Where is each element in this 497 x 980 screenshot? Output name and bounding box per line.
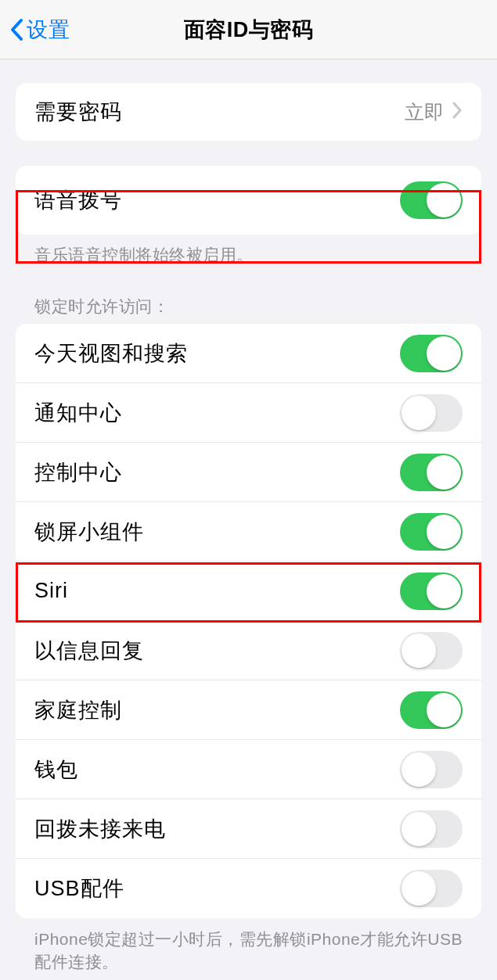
lock-access-header: 锁定时允许访问： (16, 296, 481, 324)
require-passcode-value: 立即 (405, 99, 444, 125)
lock-access-label: 锁屏小组件 (34, 518, 144, 546)
lock-access-row: 以信息回复 (16, 621, 481, 680)
lock-access-row: Siri (16, 562, 481, 621)
voice-dial-footer: 音乐语音控制将始终被启用。 (16, 235, 481, 266)
require-passcode-label: 需要密码 (34, 98, 122, 126)
lock-access-label: 控制中心 (34, 458, 122, 486)
toggle-knob (427, 455, 461, 490)
require-passcode-group: 需要密码 立即 (16, 83, 481, 141)
voice-dial-group: 语音拨号 (16, 166, 481, 235)
lock-access-toggle[interactable] (400, 454, 463, 491)
row-right: 立即 (405, 99, 463, 125)
back-label: 设置 (27, 16, 70, 44)
toggle-knob (402, 752, 436, 787)
toggle-knob (427, 574, 461, 608)
voice-dial-row: 语音拨号 (16, 166, 481, 235)
lock-access-toggle[interactable] (400, 870, 463, 907)
page-title: 面容ID与密码 (184, 16, 314, 44)
lock-access-toggle[interactable] (400, 335, 463, 372)
toggle-knob (427, 693, 461, 727)
lock-access-row: 今天视图和搜索 (16, 324, 481, 383)
lock-access-label: 钱包 (34, 756, 78, 784)
toggle-knob (402, 871, 436, 906)
chevron-right-icon (452, 102, 463, 122)
lock-access-row: USB配件 (16, 859, 481, 918)
voice-dial-label: 语音拨号 (34, 186, 122, 214)
lock-access-label: Siri (34, 579, 68, 603)
require-passcode-row[interactable]: 需要密码 立即 (16, 83, 481, 141)
settings-header: 设置 面容ID与密码 (0, 0, 497, 59)
lock-access-label: 以信息回复 (34, 637, 144, 665)
lock-access-row: 通知中心 (16, 383, 481, 443)
lock-access-label: 家庭控制 (34, 696, 122, 724)
lock-access-group: 今天视图和搜索通知中心控制中心锁屏小组件Siri以信息回复家庭控制钱包回拨未接来… (16, 324, 481, 918)
lock-access-row: 钱包 (16, 740, 481, 799)
lock-access-label: 今天视图和搜索 (34, 339, 188, 368)
lock-access-toggle[interactable] (400, 810, 463, 848)
lock-access-toggle[interactable] (400, 513, 463, 551)
lock-access-footer: iPhone锁定超过一小时后，需先解锁iPhone才能允许USB配件连接。 (16, 918, 481, 974)
toggle-knob (402, 634, 436, 668)
lock-access-row: 回拨未接来电 (16, 799, 481, 859)
lock-access-label: USB配件 (34, 874, 124, 903)
toggle-knob (402, 812, 436, 846)
lock-access-label: 通知中心 (34, 399, 122, 427)
lock-access-label: 回拨未接来电 (34, 815, 166, 843)
lock-access-row: 锁屏小组件 (16, 502, 481, 562)
chevron-left-icon (9, 18, 23, 41)
lock-access-toggle[interactable] (400, 751, 463, 788)
toggle-knob (427, 183, 461, 217)
lock-access-row: 家庭控制 (16, 680, 481, 740)
lock-access-toggle[interactable] (400, 632, 463, 669)
toggle-knob (427, 336, 461, 371)
lock-access-toggle[interactable] (400, 691, 463, 729)
toggle-knob (427, 515, 461, 549)
lock-access-toggle[interactable] (400, 394, 463, 432)
toggle-knob (402, 396, 436, 430)
back-button[interactable]: 设置 (0, 16, 70, 44)
lock-access-toggle[interactable] (400, 573, 463, 610)
voice-dial-toggle[interactable] (400, 181, 463, 219)
lock-access-row: 控制中心 (16, 443, 481, 502)
